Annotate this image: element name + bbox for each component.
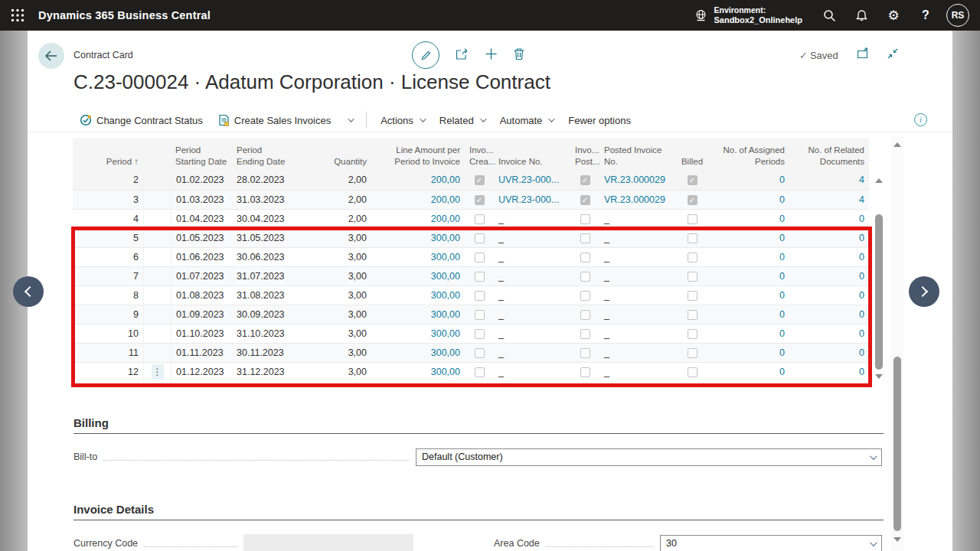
cell-period[interactable]: 11 bbox=[73, 344, 143, 363]
table-row-period-4[interactable]: 401.04.202330.04.20232,00200,00__00 bbox=[73, 209, 869, 228]
collapse-header-button[interactable] bbox=[887, 47, 899, 63]
cell-related[interactable]: 0 bbox=[789, 305, 869, 324]
cell-invoice_no[interactable]: _ bbox=[494, 267, 570, 286]
column-header-posted[interactable]: Invo... Post... bbox=[570, 145, 599, 171]
cell-assigned[interactable]: 0 bbox=[710, 210, 789, 229]
cell-rowmenu[interactable] bbox=[143, 344, 171, 363]
cell-qty[interactable]: 3,00 bbox=[304, 286, 371, 305]
new-button[interactable] bbox=[485, 47, 498, 64]
cell-start[interactable]: 01.05.2023 bbox=[171, 229, 232, 248]
cell-posted_no[interactable]: _ bbox=[599, 210, 675, 229]
cell-rowmenu[interactable] bbox=[143, 286, 171, 305]
cell-qty[interactable]: 2,00 bbox=[304, 210, 371, 229]
cell-rowmenu[interactable] bbox=[143, 191, 171, 210]
cell-end[interactable]: 31.05.2023 bbox=[232, 229, 304, 248]
column-header-created[interactable]: Invo... Crea... bbox=[465, 145, 494, 171]
search-button[interactable] bbox=[813, 0, 845, 31]
share-button[interactable] bbox=[455, 47, 469, 64]
automate-menu[interactable]: Automate bbox=[494, 112, 560, 129]
cell-amount[interactable]: 300,00 bbox=[371, 344, 465, 363]
create-sales-invoices-button[interactable]: Create Sales Invoices bbox=[212, 111, 337, 129]
cell-amount[interactable]: 300,00 bbox=[371, 248, 465, 267]
cell-period[interactable]: 2 bbox=[73, 171, 143, 190]
table-row-period-12[interactable]: 12⋮01.12.202331.12.20233,00300,00__00 bbox=[73, 362, 869, 381]
related-menu[interactable]: Related bbox=[433, 112, 491, 129]
cell-assigned[interactable]: 0 bbox=[710, 305, 789, 324]
column-header-qty[interactable]: Quantity bbox=[304, 156, 371, 171]
cell-assigned[interactable]: 0 bbox=[710, 363, 789, 382]
cell-related[interactable]: 0 bbox=[789, 267, 869, 286]
cell-start[interactable]: 01.11.2023 bbox=[171, 344, 232, 363]
cell-rowmenu[interactable] bbox=[143, 248, 171, 267]
cell-invoice_no[interactable]: _ bbox=[494, 229, 570, 248]
cell-assigned[interactable]: 0 bbox=[710, 229, 789, 248]
cell-amount[interactable]: 300,00 bbox=[371, 286, 465, 305]
cell-assigned[interactable]: 0 bbox=[710, 267, 789, 286]
cell-qty[interactable]: 2,00 bbox=[304, 191, 371, 210]
next-record-button[interactable] bbox=[909, 276, 939, 307]
cell-qty[interactable]: 3,00 bbox=[304, 324, 371, 344]
cell-assigned[interactable]: 0 bbox=[710, 248, 789, 267]
cell-qty[interactable]: 2,00 bbox=[304, 171, 371, 190]
cell-end[interactable]: 31.10.2023 bbox=[232, 324, 304, 344]
table-row-period-6[interactable]: 601.06.202330.06.20233,00300,00__00 bbox=[73, 247, 869, 266]
column-header-amount[interactable]: Line Amount per Period to Invoice bbox=[371, 145, 465, 171]
cell-posted_no[interactable]: _ bbox=[599, 229, 675, 248]
table-row-period-8[interactable]: 801.08.202331.08.20233,00300,00__00 bbox=[73, 285, 869, 305]
cell-qty[interactable]: 3,00 bbox=[304, 229, 371, 248]
table-row-period-11[interactable]: 1101.11.202330.11.20233,00300,00__00 bbox=[73, 343, 869, 362]
cell-qty[interactable]: 3,00 bbox=[304, 344, 371, 363]
cell-period[interactable]: 6 bbox=[73, 248, 143, 267]
open-in-new-window-button[interactable] bbox=[857, 47, 870, 63]
cell-posted_no[interactable]: _ bbox=[599, 344, 675, 363]
column-header-end[interactable]: Period Ending Date bbox=[232, 145, 304, 171]
column-header-posted_no[interactable]: Posted Invoice No. bbox=[599, 145, 675, 171]
column-header-start[interactable]: Period Starting Date bbox=[171, 145, 232, 171]
cell-related[interactable]: 0 bbox=[789, 286, 869, 305]
table-row-period-2[interactable]: 201.02.202328.02.20232,00200,00✓UVR.23-0… bbox=[73, 171, 869, 190]
cell-period[interactable]: 5 bbox=[73, 229, 143, 248]
cell-posted_no[interactable]: _ bbox=[599, 248, 675, 267]
cell-assigned[interactable]: 0 bbox=[710, 191, 789, 210]
cell-related[interactable]: 0 bbox=[789, 210, 869, 229]
cell-invoice_no[interactable]: _ bbox=[494, 210, 570, 229]
table-row-period-7[interactable]: 701.07.202331.07.20233,00300,00__00 bbox=[73, 266, 869, 285]
help-button[interactable]: ? bbox=[910, 0, 942, 31]
cell-start[interactable]: 01.04.2023 bbox=[171, 210, 232, 229]
app-title[interactable]: Dynamics 365 Business Central bbox=[38, 9, 211, 21]
row-options-button[interactable]: ⋮ bbox=[152, 364, 164, 380]
cell-rowmenu[interactable] bbox=[143, 324, 171, 344]
currency-code-input[interactable] bbox=[243, 534, 413, 551]
invoice-details-section-heading[interactable]: Invoice Details bbox=[74, 503, 154, 516]
cell-assigned[interactable]: 0 bbox=[710, 324, 789, 344]
cell-start[interactable]: 01.09.2023 bbox=[171, 305, 232, 324]
fewer-options-button[interactable]: Fewer options bbox=[562, 112, 637, 129]
cell-end[interactable]: 30.04.2023 bbox=[232, 210, 304, 229]
cell-qty[interactable]: 3,00 bbox=[304, 305, 371, 324]
bill-to-select[interactable]: Default (Customer) bbox=[416, 448, 882, 466]
cell-start[interactable]: 01.02.2023 bbox=[171, 171, 232, 190]
cell-amount[interactable]: 300,00 bbox=[371, 324, 465, 344]
table-row-period-3[interactable]: 301.03.202331.03.20232,00200,00✓UVR.23-0… bbox=[73, 190, 869, 209]
cell-amount[interactable]: 200,00 bbox=[371, 191, 465, 210]
cell-invoice_no[interactable]: _ bbox=[494, 344, 570, 363]
cell-invoice_no[interactable]: _ bbox=[494, 305, 570, 324]
cell-related[interactable]: 0 bbox=[789, 248, 869, 267]
cell-posted_no[interactable]: _ bbox=[599, 267, 675, 286]
cell-qty[interactable]: 3,00 bbox=[304, 363, 371, 382]
delete-button[interactable] bbox=[513, 47, 525, 64]
page-scroll-down-arrow[interactable] bbox=[893, 537, 901, 542]
cell-period[interactable]: 3 bbox=[73, 191, 143, 210]
area-code-select[interactable]: 30 bbox=[660, 535, 882, 551]
column-header-period[interactable]: Period ↑ bbox=[73, 156, 143, 171]
cell-start[interactable]: 01.12.2023 bbox=[171, 363, 232, 382]
cell-invoice_no[interactable]: _ bbox=[494, 286, 570, 305]
app-launcher-button[interactable] bbox=[0, 0, 35, 31]
page-scrollbar-thumb[interactable] bbox=[893, 357, 901, 531]
cell-posted_no[interactable]: _ bbox=[599, 286, 675, 305]
cell-invoice_no[interactable]: _ bbox=[494, 324, 570, 344]
grid-scrollbar-thumb[interactable] bbox=[875, 214, 883, 370]
back-button[interactable] bbox=[38, 43, 64, 69]
table-row-period-5[interactable]: 501.05.202331.05.20233,00300,00__00 bbox=[73, 228, 869, 247]
column-header-assigned[interactable]: No. of Assigned Periods bbox=[710, 145, 789, 171]
